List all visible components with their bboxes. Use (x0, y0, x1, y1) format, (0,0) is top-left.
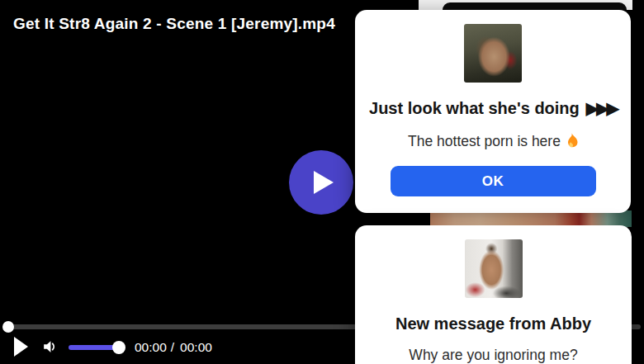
big-play-button[interactable] (289, 150, 353, 215)
popup-title-text: Just look what she's doing (369, 99, 580, 117)
play-icon (313, 170, 334, 195)
popup-title: Just look what she's doing▶▶▶ (355, 98, 631, 118)
time-separator: / (171, 340, 174, 354)
popup-photo-thumbnail[interactable] (464, 24, 522, 83)
play-icon (14, 337, 28, 357)
background-thumbnail-strip (430, 210, 632, 227)
play-button[interactable] (14, 337, 28, 357)
video-player-page: Get It Str8 Again 2 - Scene 1 [Jeremy].m… (0, 0, 644, 364)
volume-slider[interactable] (69, 345, 124, 350)
volume-low-icon (40, 338, 59, 356)
popup-message-text: Why are you ignoring me? (355, 347, 632, 363)
duration: 00:00 (180, 340, 212, 354)
popup-subtitle-text: The hottest porn is here (408, 133, 561, 149)
time-display: 00:00/00:00 (135, 340, 212, 355)
fire-icon (566, 133, 578, 148)
video-title: Get It Str8 Again 2 - Scene 1 [Jeremy].m… (13, 15, 335, 33)
ok-button[interactable]: OK (391, 166, 596, 196)
volume-slider-thumb[interactable] (112, 341, 125, 354)
player-controls: 00:00/00:00 (0, 333, 355, 364)
background-panel-top (419, 0, 632, 10)
triple-play-arrows: ▶▶▶ (586, 99, 617, 117)
current-time: 00:00 (135, 340, 167, 354)
popup-photo-thumbnail[interactable] (465, 239, 523, 298)
popup-message-abby[interactable]: New message from Abby Why are you ignori… (355, 225, 632, 364)
seekbar-thumb[interactable] (2, 321, 14, 333)
background-card-top-edge (443, 2, 627, 10)
popup-subtitle: The hottest porn is here (355, 133, 631, 149)
volume-button[interactable] (40, 338, 59, 356)
popup-title: New message from Abby (355, 314, 632, 333)
popup-ad-offer[interactable]: Just look what she's doing▶▶▶ The hottes… (355, 10, 631, 213)
